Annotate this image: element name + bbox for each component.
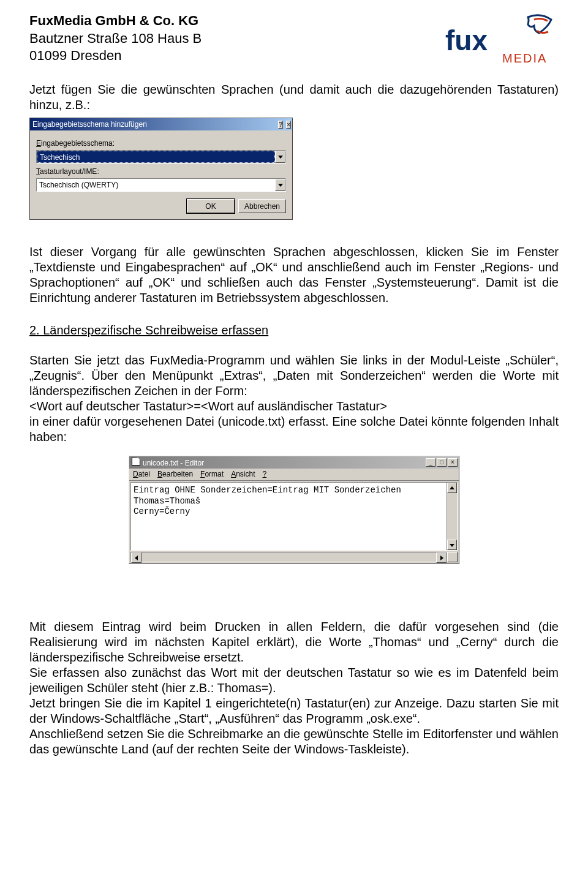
svg-marker-5 <box>450 544 454 547</box>
dialog-titlebar: Eingabegebietsschema hinzufügen ? × <box>30 118 292 130</box>
maximize-icon[interactable]: □ <box>437 458 447 467</box>
resize-grip[interactable] <box>447 552 458 562</box>
intro-paragraph: Jetzt fügen Sie die gewünschten Sprachen… <box>29 82 559 113</box>
menu-edit[interactable]: Bearbeiten <box>157 470 193 479</box>
keyboard-label: Tastaturlayout/IME: <box>36 167 286 176</box>
close-icon[interactable]: × <box>448 458 458 467</box>
dialog-title: Eingabegebietsschema hinzufügen <box>32 120 147 129</box>
notepad-textarea[interactable]: Eintrag OHNE Sonderzeichen=Eintrag MIT S… <box>131 483 447 550</box>
company-name: FuxMedia GmbH & Co. KG <box>29 12 202 30</box>
scroll-down-icon[interactable] <box>447 540 457 550</box>
address-block: FuxMedia GmbH & Co. KG Bautzner Straße 1… <box>29 12 202 65</box>
minimize-icon[interactable]: _ <box>426 458 435 467</box>
notepad-menubar[interactable]: Datei Bearbeiten Format Ansicht ? <box>129 469 459 481</box>
letterhead: FuxMedia GmbH & Co. KG Bautzner Straße 1… <box>29 12 559 67</box>
chevron-down-icon[interactable] <box>275 151 285 163</box>
svg-marker-2 <box>278 156 283 159</box>
ok-button[interactable]: OK <box>187 199 235 213</box>
svg-text:fux: fux <box>445 24 488 56</box>
svg-text:MEDIA: MEDIA <box>502 51 547 65</box>
svg-marker-3 <box>278 184 283 187</box>
svg-marker-6 <box>135 556 138 560</box>
svg-marker-4 <box>450 486 454 489</box>
svg-marker-7 <box>440 556 443 560</box>
close-icon[interactable]: × <box>286 121 291 129</box>
horizontal-scrollbar[interactable] <box>130 552 447 562</box>
chevron-down-icon[interactable] <box>275 179 285 191</box>
notepad-titlebar: unicode.txt - Editor _ □ × <box>129 456 459 469</box>
document-icon <box>132 457 140 466</box>
city: 01099 Dresden <box>29 47 202 65</box>
menu-view[interactable]: Ansicht <box>231 470 255 479</box>
locale-combobox[interactable]: Tschechisch <box>36 150 286 164</box>
keyboard-selected: Tschechisch (QWERTY) <box>37 179 275 191</box>
street: Bautzner Straße 108 Haus B <box>29 30 202 48</box>
vertical-scrollbar[interactable] <box>447 483 457 550</box>
menu-file[interactable]: Datei <box>133 470 150 479</box>
section-2-title: 2. Länderspezifische Schreibweise erfass… <box>29 323 559 338</box>
menu-format[interactable]: Format <box>200 470 224 479</box>
paragraph-after-dialog: Ist dieser Vorgang für alle gewünschten … <box>29 244 559 306</box>
fuxmedia-logo: fux MEDIA <box>436 12 559 67</box>
menu-help[interactable]: ? <box>263 470 267 479</box>
scroll-right-icon[interactable] <box>436 552 447 563</box>
help-icon[interactable]: ? <box>278 121 283 129</box>
cancel-button[interactable]: Abbrechen <box>238 199 286 213</box>
scroll-up-icon[interactable] <box>447 483 457 493</box>
notepad-window: unicode.txt - Editor _ □ × Datei Bearbei… <box>129 456 459 564</box>
scroll-left-icon[interactable] <box>131 552 141 563</box>
locale-selected: Tschechisch <box>37 151 275 163</box>
notepad-title: unicode.txt - Editor <box>143 459 204 467</box>
final-paragraph: Mit diesem Eintrag wird beim Drucken in … <box>29 619 559 757</box>
section-2-body: Starten Sie jetzt das FuxMedia-Programm … <box>29 353 559 445</box>
keyboard-combobox[interactable]: Tschechisch (QWERTY) <box>36 178 286 192</box>
locale-label: Eingabegebietsschema: <box>36 139 286 148</box>
add-locale-dialog: Eingabegebietsschema hinzufügen ? × Eing… <box>29 118 293 220</box>
